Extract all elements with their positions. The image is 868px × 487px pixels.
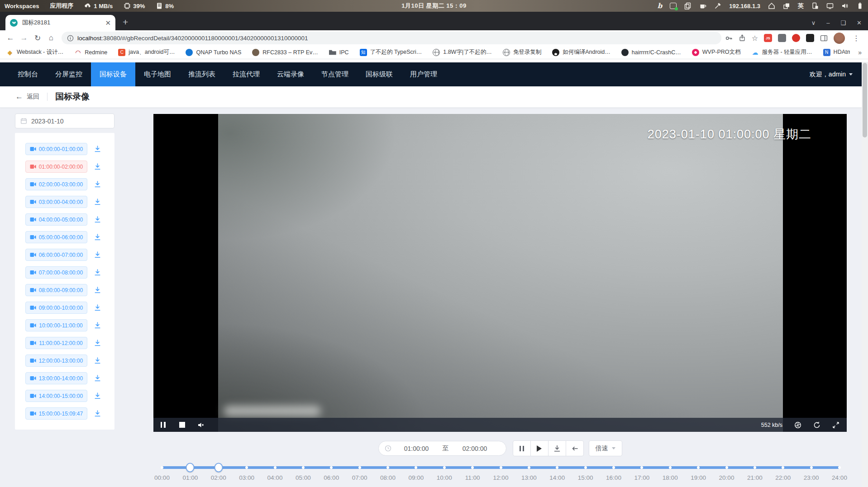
clipboard-icon[interactable] [684, 2, 692, 9]
window-chevron-icon[interactable]: ∨ [811, 19, 816, 26]
coffee-cup-icon[interactable] [699, 2, 706, 9]
segment-button[interactable]: 07:00:00-08:00:00 [25, 266, 87, 279]
segment-download-button[interactable] [94, 216, 101, 223]
bookmark-item[interactable]: QNAP Turbo NAS [186, 49, 241, 56]
notes-app-icon[interactable] [670, 3, 677, 9]
timeline-handle[interactable] [186, 463, 195, 473]
bookmark-item[interactable]: NHDAtmos :: 种子 *… [823, 48, 850, 56]
snapshot-shutter-icon[interactable] [794, 421, 801, 429]
nav-item-1[interactable]: 控制台 [9, 62, 47, 86]
nav-item-8[interactable]: 节点管理 [313, 62, 357, 86]
segment-download-button[interactable] [94, 304, 101, 311]
clock[interactable]: 1月10日 星期二 15：09 [401, 2, 466, 10]
password-key-icon[interactable] [725, 34, 733, 42]
bookmark-item[interactable]: WVP-PRO文档 [692, 48, 741, 56]
nav-item-6[interactable]: 拉流代理 [224, 62, 268, 86]
bookmarks-overflow-chevron[interactable]: » [858, 49, 862, 56]
segment-button[interactable]: 04:00:00-05:00:00 [25, 213, 87, 226]
segment-download-button[interactable] [94, 146, 101, 152]
bookmark-item[interactable]: ◠Redmine [74, 49, 107, 56]
segment-download-button[interactable] [94, 287, 101, 293]
player-mute-button[interactable] [191, 418, 210, 432]
scrollbar-thumb[interactable] [863, 63, 867, 137]
window-maximize-icon[interactable]: ❑ [840, 19, 846, 26]
player-pause-button[interactable] [153, 418, 172, 432]
play-button[interactable] [530, 440, 548, 456]
segment-download-button[interactable] [94, 269, 101, 276]
segment-button[interactable]: 08:00:00-09:00:00 [25, 284, 87, 296]
segment-button[interactable]: 06:00:00-07:00:00 [25, 249, 87, 261]
segment-download-button[interactable] [94, 181, 101, 188]
timeline-handle[interactable] [214, 463, 223, 473]
segment-download-button[interactable] [94, 199, 101, 205]
side-panel-icon[interactable] [820, 34, 828, 42]
ip-address[interactable]: 192.168.1.3 [729, 3, 760, 9]
bookmark-item[interactable]: hairrrrr/C-CrashC… [621, 49, 681, 56]
bookmark-item[interactable]: ☁服务器 - 轻量应用… [752, 48, 812, 56]
back-button[interactable]: ← 返回 [15, 92, 39, 101]
segment-button[interactable]: 12:00:00-13:00:00 [25, 355, 87, 367]
phone-link-icon[interactable] [811, 2, 819, 9]
window-minimize-icon[interactable]: – [826, 19, 830, 26]
seek-to-start-button[interactable] [566, 440, 584, 456]
reload-icon[interactable]: ↻ [31, 32, 44, 44]
window-close-icon[interactable]: ✕ [857, 19, 862, 26]
nav-item-10[interactable]: 用户管理 [401, 62, 446, 86]
home-icon[interactable] [768, 2, 775, 9]
video-player[interactable]: 2023-01-10 01:00:00 星期二 552 kb/s [153, 114, 847, 432]
extension-adguard-icon[interactable] [792, 34, 800, 42]
segment-button[interactable]: 13:00:00-14:00:00 [25, 372, 87, 384]
bookmark-item[interactable]: ◆Webstack - 设计… [6, 48, 63, 56]
browser-scrollbar[interactable] [862, 62, 868, 487]
bookmark-star-icon[interactable]: ☆ [752, 34, 758, 43]
bookmark-item[interactable]: IPC [329, 49, 349, 56]
address-bar[interactable]: localhost:38080/#/gbRecordDetail/3402000… [62, 32, 721, 44]
nav-item-3[interactable]: 国标设备 [91, 62, 135, 86]
segment-download-button[interactable] [94, 251, 101, 258]
nav-item-9[interactable]: 国标级联 [357, 62, 401, 86]
input-language-indicator[interactable]: 英 [798, 2, 804, 10]
nav-item-7[interactable]: 云端录像 [268, 62, 313, 86]
bookmark-item[interactable]: 1.8W字|了不起的… [433, 48, 491, 56]
profile-avatar[interactable] [834, 33, 845, 44]
volume-icon[interactable] [841, 2, 849, 9]
nav-item-4[interactable]: 电子地图 [135, 62, 180, 86]
battery-icon[interactable] [856, 2, 863, 9]
bookmark-item[interactable]: RFC2833 – RTP Ev… [252, 49, 318, 56]
segment-download-button[interactable] [94, 392, 101, 399]
share-icon[interactable] [739, 34, 746, 42]
browser-home-icon[interactable]: ⌂ [44, 32, 58, 44]
tab-close-icon[interactable]: ✕ [105, 19, 111, 26]
segment-download-button[interactable] [94, 410, 101, 417]
segment-button[interactable]: 09:00:00-10:00:00 [25, 302, 87, 314]
workspaces-icon[interactable] [783, 2, 790, 9]
nav-item-2[interactable]: 分屏监控 [47, 62, 91, 86]
bookmark-item[interactable]: Cjava、android可… [118, 48, 175, 56]
segment-button[interactable]: 10:00:00-11:00:00 [25, 319, 87, 331]
segment-button[interactable]: 15:00:00-15:09:47 [25, 407, 87, 420]
segment-download-button[interactable] [94, 163, 101, 170]
color-picker-icon[interactable] [714, 2, 721, 9]
bookmark-item[interactable]: 如何编译Android… [552, 48, 610, 56]
display-icon[interactable] [826, 2, 834, 9]
time-range-box[interactable]: 01:00:00 至 02:00:00 [378, 441, 506, 456]
segment-download-button[interactable] [94, 234, 101, 241]
segment-button[interactable]: 00:00:00-01:00:00 [25, 143, 87, 155]
speed-dropdown[interactable]: 倍速 [589, 440, 622, 456]
browser-menu-kebab-icon[interactable]: ⋮ [853, 34, 860, 43]
bookmark-item[interactable]: 知了不起的 TypeScri… [360, 48, 422, 56]
back-icon[interactable]: ← [4, 32, 17, 44]
segment-download-button[interactable] [94, 357, 101, 364]
segment-download-button[interactable] [94, 322, 101, 329]
refresh-icon[interactable] [813, 421, 820, 429]
segment-download-button[interactable] [94, 375, 101, 382]
site-info-icon[interactable] [67, 35, 74, 42]
segment-button[interactable]: 03:00:00-04:00:00 [25, 196, 87, 208]
fullscreen-icon[interactable] [832, 421, 839, 429]
url-text[interactable]: localhost:38080/#/gbRecordDetail/3402000… [77, 35, 308, 42]
segment-button[interactable]: 11:00:00-12:00:00 [25, 337, 87, 349]
segment-button[interactable]: 05:00:00-06:00:00 [25, 231, 87, 243]
segment-download-button[interactable] [94, 340, 101, 346]
download-button[interactable] [548, 440, 566, 456]
user-menu[interactable]: 欢迎，admin [810, 71, 853, 79]
